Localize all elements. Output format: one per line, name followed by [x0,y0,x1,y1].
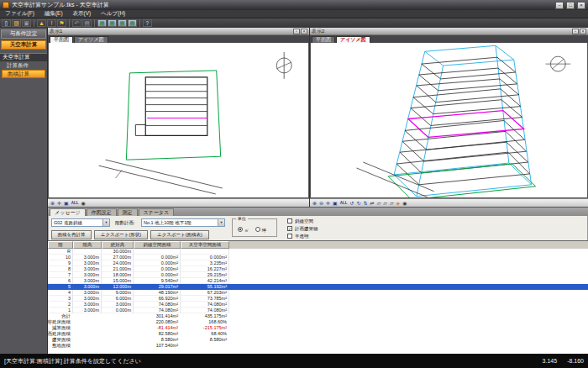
table-row[interactable]: 93.000m24.000m0.000m²3.235m² [48,260,588,266]
site-boundary [126,71,220,160]
plan-canvas[interactable] [48,43,309,198]
pan-icon[interactable]: ✛ [57,200,61,207]
col-filler [229,241,588,249]
tab-isometric-view[interactable]: アイソメ図 [336,36,370,43]
checkbox-translucent[interactable]: 半透明 [287,233,318,239]
status-bar: [天空率計算:面積計算] 計算条件を設定してください 3.145 -8.160 [0,354,588,368]
table-row-selected[interactable]: 53.000m12.000m29.017m²55.192m² [48,284,588,290]
undo-icon[interactable]: ↶ [72,19,81,27]
checkbox-planned-building[interactable]: 計画建築物 [287,225,318,232]
viewport-float-button[interactable]: ▫ [572,29,579,34]
window-title: 天空率計算サンプル.tks - 天空率計算 [12,1,553,9]
summary-row-site-area: 敷地面積107.540m² [48,343,588,349]
table-row[interactable]: 83.000m21.000m0.000m²16.227m² [48,266,588,272]
close-button[interactable]: × [577,2,585,9]
open-folder-icon[interactable]: ▨ [12,19,21,27]
new-file-icon[interactable]: ▯ [2,19,11,27]
unit-options: ㎡ 坪 [238,227,276,234]
tab-draw-settings[interactable]: 作図設定 [87,208,117,216]
zoom-in-icon[interactable]: ⊕ [50,200,55,207]
unit-option-tsubo[interactable]: 坪 [255,227,267,234]
menu-file[interactable]: ファイル(F) [0,10,39,18]
view-quad-icon[interactable]: ▦ [128,19,137,27]
view-mode-wire-icon[interactable]: ▱ [377,200,381,207]
rotate-left-icon[interactable]: ↺ [350,200,354,207]
sidebar-item-skyfactor[interactable]: 天空率計算 [1,40,46,50]
menu-edit[interactable]: 編集(E) [39,10,68,18]
tab-status[interactable]: ステータス [139,208,175,216]
chevron-down-icon: ▼ [218,219,224,226]
table-row[interactable]: 33.000m6.000m66.920m²73.785m² [48,296,588,302]
export-area-table-button[interactable]: エクスポート(面積表) [150,230,209,239]
toolbar-separator [34,19,34,27]
export-shape-button[interactable]: エクスポート(形状) [94,230,148,239]
radio-icon [238,227,243,232]
flag-icon[interactable]: ⚑ [57,19,66,27]
tab-message[interactable]: メッセージ [50,208,86,216]
rotate-horizontal-icon[interactable]: ⇄ [370,200,375,207]
view-plan-icon[interactable]: ▦ [97,19,107,27]
menu-help[interactable]: ヘルプ(H) [96,10,130,18]
save-icon[interactable]: ▣ [22,19,31,27]
table-row[interactable]: 43.000m9.000m48.190m²67.203m² [48,290,588,296]
view-mode-hidden-icon[interactable]: ▱ [383,200,387,207]
table-row[interactable]: R30.000m [48,249,588,255]
viewport-close-button[interactable]: × [580,29,586,34]
iso-canvas[interactable] [310,43,588,198]
display-settings-icon[interactable]: ◉ [81,200,85,207]
minimize-button[interactable]: － [555,2,564,9]
window-icon[interactable]: ▤ [82,19,92,27]
zoom-in-icon[interactable]: ⊕ [312,200,317,207]
tab-plan-view[interactable]: 平面図 [50,36,73,43]
table-row[interactable]: 13.000m0.000m74.080m²74.080m² [48,308,588,313]
zoom-window-icon[interactable]: ▣ [64,200,69,207]
table-row[interactable]: 103.000m27.000m0.000m²0.000m² [48,255,588,260]
tab-isometric-view[interactable]: アイソメ図 [74,36,108,43]
table-row[interactable]: 73.000m18.000m0.000m²29.215m² [48,272,588,278]
sidebar-item-area-calc[interactable]: 面積計算 [2,70,45,78]
viewport-isometric: 表示2 ▫ × 平面図 アイソメ図 [309,28,588,207]
display-settings-icon[interactable]: ◉ [402,200,407,207]
exclamation-icon[interactable]: ! [47,19,56,27]
checkbox-label: 斜線空間 [295,218,313,224]
tab-plan-view[interactable]: 平面図 [312,36,335,43]
menu-view[interactable]: 表示(V) [68,10,97,18]
view-mode-shade-icon[interactable]: ▱ [390,200,394,207]
summary-row-planned-floor-area: 計画延床面積82.580m²68.40% [48,331,588,337]
plan-select[interactable]: No.1 地上10階 地下1階 ▼ [141,218,225,227]
checkbox-shasen-space[interactable]: 斜線空間 [287,218,318,224]
maximize-button[interactable]: □ [566,2,575,9]
zoom-window-icon[interactable]: ▣ [333,200,338,207]
pan-icon[interactable]: ✛ [326,200,330,207]
sidebar-item-calc-conditions[interactable]: 計算条件 [0,61,47,70]
region-select[interactable]: G02 道路斜線 ▼ [51,218,110,227]
help-icon[interactable]: ? [143,19,152,27]
rotate-vertical-icon[interactable]: ⇅ [364,200,368,207]
zoom-all-icon[interactable]: ALL [340,200,348,207]
table-row[interactable]: 23.000m3.000m74.080m²74.080m² [48,302,588,308]
tab-measure[interactable]: 測定 [118,208,138,216]
floor-slab [413,89,521,114]
viewport-float-button[interactable]: ▫ [293,29,300,34]
unit-option-m2[interactable]: ㎡ [238,227,249,234]
col-floor: 階 [48,241,73,249]
rotate-right-icon[interactable]: ↻ [357,200,361,207]
unit-option-m2-label: ㎡ [244,228,249,233]
render-icon[interactable]: ◈ [396,200,401,207]
zoom-out-icon[interactable]: ⊖ [319,200,323,207]
sidebar-item-conditions[interactable]: 与条件設定 [1,29,46,39]
plan-drawing [49,43,308,197]
viewport-close-button[interactable]: × [301,29,307,34]
floor-slab [422,57,516,79]
hazard-icon[interactable]: ▲ [37,19,46,27]
checkbox-icon [287,234,292,239]
view-elev-icon[interactable]: ▦ [118,19,127,27]
toolbar-separator [139,19,140,27]
zoom-all-icon[interactable]: ALL [71,200,79,207]
plan-canvas-toolbar: ⊕ ✛ ▣ ALL ◉ [48,198,309,207]
toolbar-separator [69,19,70,27]
view-iso-icon[interactable]: ▦ [108,19,117,27]
table-row[interactable]: 63.000m15.000m9.540m²42.214m² [48,278,588,284]
recalculate-button[interactable]: 面積を再計算 [51,230,92,239]
radio-icon [255,227,260,232]
